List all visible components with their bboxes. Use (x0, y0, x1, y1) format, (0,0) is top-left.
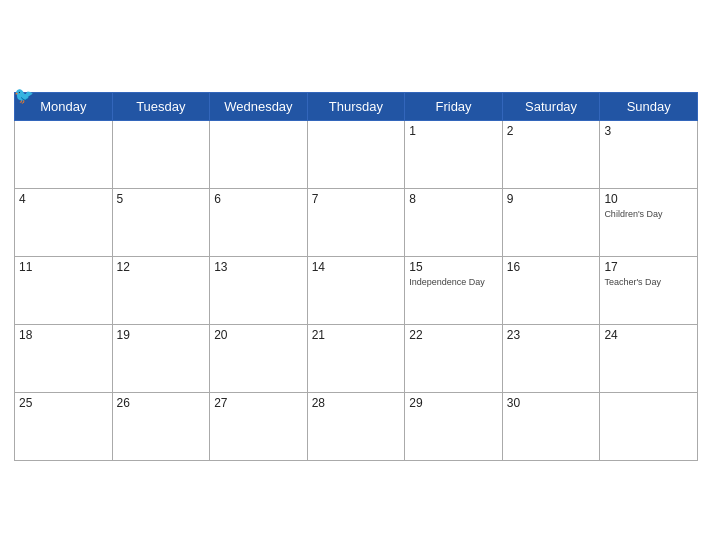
calendar-cell: 23 (502, 324, 600, 392)
week-row-4: 18192021222324 (15, 324, 698, 392)
calendar-cell: 8 (405, 188, 503, 256)
week-row-5: 252627282930 (15, 392, 698, 460)
calendar-cell (307, 120, 405, 188)
calendar-cell: 15Independence Day (405, 256, 503, 324)
day-number: 26 (117, 396, 206, 410)
calendar-cell: 25 (15, 392, 113, 460)
calendar-cell: 18 (15, 324, 113, 392)
day-number: 28 (312, 396, 401, 410)
day-event: Children's Day (604, 209, 662, 219)
week-row-1: 123 (15, 120, 698, 188)
calendar-cell: 29 (405, 392, 503, 460)
day-number: 15 (409, 260, 498, 274)
weekday-header-friday: Friday (405, 92, 503, 120)
day-number: 4 (19, 192, 108, 206)
weekday-header-row: MondayTuesdayWednesdayThursdayFridaySatu… (15, 92, 698, 120)
calendar-cell: 7 (307, 188, 405, 256)
weekday-header-wednesday: Wednesday (210, 92, 308, 120)
calendar-cell (112, 120, 210, 188)
calendar-cell: 22 (405, 324, 503, 392)
weekday-header-thursday: Thursday (307, 92, 405, 120)
calendar-table: MondayTuesdayWednesdayThursdayFridaySatu… (14, 92, 698, 461)
calendar-cell: 4 (15, 188, 113, 256)
calendar-cell: 14 (307, 256, 405, 324)
day-number: 20 (214, 328, 303, 342)
day-number: 13 (214, 260, 303, 274)
day-number: 22 (409, 328, 498, 342)
day-number: 24 (604, 328, 693, 342)
logo-bird-icon: 🐦 (14, 86, 34, 105)
calendar-cell: 19 (112, 324, 210, 392)
weekday-header-saturday: Saturday (502, 92, 600, 120)
calendar-cell: 30 (502, 392, 600, 460)
day-number: 3 (604, 124, 693, 138)
day-number: 25 (19, 396, 108, 410)
calendar-cell: 20 (210, 324, 308, 392)
day-number: 9 (507, 192, 596, 206)
calendar-cell: 26 (112, 392, 210, 460)
weekday-header-sunday: Sunday (600, 92, 698, 120)
calendar-cell: 1 (405, 120, 503, 188)
day-number: 5 (117, 192, 206, 206)
calendar-cell: 5 (112, 188, 210, 256)
week-row-3: 1112131415Independence Day1617Teacher's … (15, 256, 698, 324)
day-number: 14 (312, 260, 401, 274)
calendar-cell: 11 (15, 256, 113, 324)
calendar-cell: 2 (502, 120, 600, 188)
calendar-cell: 24 (600, 324, 698, 392)
day-number: 29 (409, 396, 498, 410)
weekday-header-tuesday: Tuesday (112, 92, 210, 120)
day-number: 30 (507, 396, 596, 410)
calendar-cell: 27 (210, 392, 308, 460)
day-number: 19 (117, 328, 206, 342)
day-number: 2 (507, 124, 596, 138)
day-number: 12 (117, 260, 206, 274)
calendar-cell: 13 (210, 256, 308, 324)
calendar-cell: 16 (502, 256, 600, 324)
day-number: 7 (312, 192, 401, 206)
calendar-cell (15, 120, 113, 188)
day-number: 17 (604, 260, 693, 274)
day-number: 1 (409, 124, 498, 138)
calendar-cell: 10Children's Day (600, 188, 698, 256)
calendar-cell (210, 120, 308, 188)
day-number: 10 (604, 192, 693, 206)
day-number: 8 (409, 192, 498, 206)
day-number: 21 (312, 328, 401, 342)
day-number: 16 (507, 260, 596, 274)
day-number: 11 (19, 260, 108, 274)
calendar-cell (600, 392, 698, 460)
day-number: 6 (214, 192, 303, 206)
day-number: 23 (507, 328, 596, 342)
calendar-cell: 28 (307, 392, 405, 460)
week-row-2: 45678910Children's Day (15, 188, 698, 256)
day-number: 18 (19, 328, 108, 342)
calendar-cell: 3 (600, 120, 698, 188)
calendar-cell: 6 (210, 188, 308, 256)
calendar-cell: 17Teacher's Day (600, 256, 698, 324)
calendar-cell: 21 (307, 324, 405, 392)
calendar-cell: 12 (112, 256, 210, 324)
day-event: Teacher's Day (604, 277, 661, 287)
logo: 🐦 (14, 86, 36, 105)
day-event: Independence Day (409, 277, 485, 287)
calendar-wrapper: 🐦 MondayTuesdayWednesdayThursdayFridaySa… (0, 76, 712, 475)
calendar-cell: 9 (502, 188, 600, 256)
day-number: 27 (214, 396, 303, 410)
